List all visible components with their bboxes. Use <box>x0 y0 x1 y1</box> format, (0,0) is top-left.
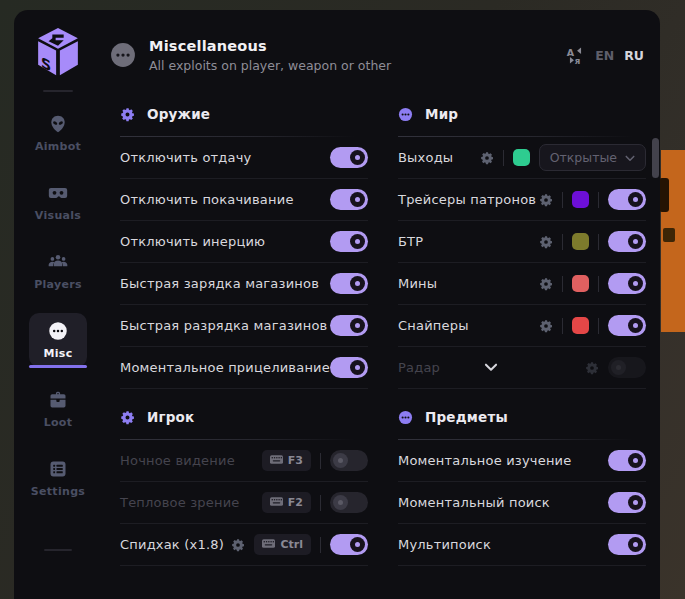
toggle-knob <box>628 453 643 468</box>
row-weapon-4: Быстрая разрядка магазинов <box>120 305 368 347</box>
row-controls: F2 <box>262 492 368 513</box>
color-swatch[interactable] <box>572 275 589 292</box>
gear-icon[interactable] <box>231 538 245 552</box>
toggle-knob-dot <box>355 155 360 160</box>
row-label: Мины <box>398 276 437 291</box>
gear-icon[interactable] <box>585 361 599 375</box>
toggle-on[interactable] <box>608 231 646 252</box>
gear-icon[interactable] <box>480 151 494 165</box>
row-label: Моментальное прицеливание <box>120 360 330 375</box>
row-controls <box>539 231 646 252</box>
section-header: Мир <box>398 102 646 126</box>
keyboard-icon <box>262 538 275 551</box>
gear-icon <box>120 410 135 425</box>
hotkey-badge[interactable]: F2 <box>262 492 311 513</box>
row-controls <box>330 147 368 168</box>
row-items-2: Мультипоиск <box>398 524 646 566</box>
row-label: Мультипоиск <box>398 537 491 552</box>
row-label: Радар <box>398 360 440 375</box>
chevron-down-icon[interactable] <box>484 363 498 372</box>
toggle-on[interactable] <box>608 450 646 471</box>
dropdown-select[interactable]: Открытые <box>539 144 646 171</box>
color-swatch[interactable] <box>572 317 589 334</box>
sidebar-item-visuals[interactable]: Visuals <box>29 175 87 229</box>
gear-icon[interactable] <box>539 319 553 333</box>
toggle-on[interactable] <box>608 534 646 555</box>
row-weapon-0: Отключить отдачу <box>120 137 368 179</box>
toggle-on[interactable] <box>330 357 368 378</box>
sidebar-item-settings[interactable]: Settings <box>29 451 87 505</box>
toggle-knob <box>350 192 365 207</box>
toggle-on[interactable] <box>608 315 646 336</box>
toggle-off[interactable] <box>608 357 646 378</box>
sidebar-item-label: Players <box>34 278 82 291</box>
row-controls: Ctrl <box>231 534 368 555</box>
hotkey-badge[interactable]: Ctrl <box>254 534 311 555</box>
gear-icon[interactable] <box>539 277 553 291</box>
page-subtitle: All exploits on player, weapon or other <box>149 58 391 73</box>
gear-icon[interactable] <box>539 193 553 207</box>
sidebar-item-label: Misc <box>44 347 73 360</box>
dropdown-value: Открытые <box>550 150 617 165</box>
section-world: МирВыходыОткрытыеТрейсеры патроновБТРМин… <box>398 102 646 389</box>
toggle-on[interactable] <box>608 273 646 294</box>
content: ОружиеОтключить отдачуОтключить покачива… <box>102 86 660 599</box>
row-weapon-5: Моментальное прицеливание <box>120 347 368 389</box>
page-header: Miscellaneous All exploits on player, we… <box>102 10 660 86</box>
toggle-on[interactable] <box>608 189 646 210</box>
hotkey-label: F3 <box>288 454 303 467</box>
toggle-on[interactable] <box>330 189 368 210</box>
svg-text:я: я <box>575 56 581 65</box>
alien-icon <box>48 114 68 134</box>
toggle-on[interactable] <box>330 273 368 294</box>
vr-icon <box>48 183 68 203</box>
sidebar-item-players[interactable]: Players <box>29 244 87 298</box>
toggle-knob-dot <box>633 281 638 286</box>
toggle-off[interactable] <box>330 492 368 513</box>
color-swatch[interactable] <box>572 233 589 250</box>
row-label: Быстрая разрядка магазинов <box>120 318 327 333</box>
row-controls <box>330 273 368 294</box>
row-controls <box>539 273 646 294</box>
lang-ru-button[interactable]: RU <box>624 48 644 63</box>
row-label: Отключить покачивание <box>120 192 294 207</box>
toggle-on[interactable] <box>330 147 368 168</box>
toggle-off[interactable] <box>330 450 368 471</box>
row-label: Быстрая зарядка магазинов <box>120 276 319 291</box>
toggle-on[interactable] <box>330 534 368 555</box>
row-label: Спидхак (x1.8) <box>120 537 224 552</box>
row-world-4: Снайперы <box>398 305 646 347</box>
row-player-1: Тепловое зрениеF2 <box>120 482 368 524</box>
row-world-2: БТР <box>398 221 646 263</box>
row-label: Отключить инерцию <box>120 234 265 249</box>
color-swatch[interactable] <box>513 149 530 166</box>
toggle-on[interactable] <box>330 231 368 252</box>
dots-icon <box>398 410 413 425</box>
sidebar-item-aimbot[interactable]: Aimbot <box>29 106 87 160</box>
toggle-knob-dot <box>355 365 360 370</box>
sidebar-item-misc[interactable]: Misc <box>29 313 87 367</box>
lang-en-button[interactable]: EN <box>595 48 614 63</box>
page-title: Miscellaneous <box>149 38 391 54</box>
row-world-1: Трейсеры патронов <box>398 179 646 221</box>
sidebar-bottom-divider <box>44 549 72 551</box>
section-weapon: ОружиеОтключить отдачуОтключить покачива… <box>120 102 368 389</box>
row-controls <box>330 315 368 336</box>
translate-icon[interactable]: A я <box>566 46 585 65</box>
color-swatch[interactable] <box>572 191 589 208</box>
control-divider <box>598 276 599 292</box>
toggle-knob <box>333 495 348 510</box>
toggle-knob <box>628 192 643 207</box>
control-divider <box>562 276 563 292</box>
sidebar: S G AimbotVisualsPlayersMiscLootSettings <box>14 10 102 599</box>
sidebar-item-loot[interactable]: Loot <box>29 382 87 436</box>
gear-icon[interactable] <box>539 235 553 249</box>
hotkey-badge[interactable]: F3 <box>262 450 311 471</box>
control-divider <box>562 192 563 208</box>
row-controls <box>330 357 368 378</box>
sidebar-item-label: Settings <box>31 485 85 498</box>
svg-text:G: G <box>63 74 75 78</box>
toggle-on[interactable] <box>608 492 646 513</box>
toggle-on[interactable] <box>330 315 368 336</box>
scrollbar-thumb[interactable] <box>652 138 659 178</box>
